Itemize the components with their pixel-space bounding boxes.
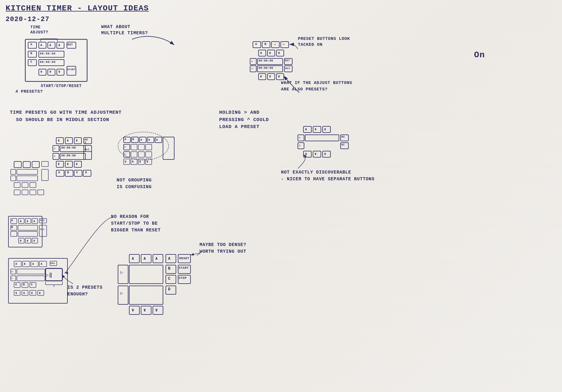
svg-rect-61	[14, 183, 20, 188]
lw-up1: ∧	[20, 219, 22, 223]
ml-rst: ROS	[85, 138, 88, 144]
lb-b2: B	[23, 283, 25, 286]
lb-dn1: ∨	[15, 291, 17, 295]
svg-rect-52	[14, 161, 21, 168]
what-if-adjust-label: WHAT IF THE ADJUST BUTTONSARE ALSO PRESE…	[281, 80, 352, 93]
bd-up3: ∧	[155, 256, 158, 261]
mc-dn2: ∨	[132, 159, 134, 164]
lb-play2: ▷	[11, 276, 13, 280]
svg-rect-64	[14, 190, 20, 195]
svg-rect-63	[30, 183, 36, 188]
svg-rect-91	[138, 152, 144, 157]
lb-dn4: ∨	[39, 291, 41, 295]
btn-up3-tl: ∧	[58, 43, 60, 47]
btn-dn3-tl: ∨	[58, 69, 60, 74]
time-disp2-tr: 00:00:00	[259, 67, 273, 70]
svg-rect-53	[23, 161, 30, 168]
ml-dn1: ∨	[58, 162, 60, 166]
svg-rect-140	[129, 265, 163, 284]
mr-play1: ▷	[299, 136, 301, 139]
page-title: KITCHEN TIMER - LAYOUT IDEAS	[6, 4, 149, 13]
svg-rect-67	[38, 190, 44, 195]
lb-up2: ∧	[24, 262, 26, 266]
svg-rect-107	[18, 231, 38, 236]
bd-reset: RESET	[179, 257, 189, 260]
ml-play2: ▷	[54, 154, 56, 158]
btn-up1-tl: ∧	[40, 43, 42, 47]
bd-up2: ∧	[143, 256, 146, 261]
mr-rst: RS	[341, 136, 345, 138]
bd-start: START	[179, 266, 189, 270]
bd-dn1: ∨	[132, 307, 134, 313]
time-display1-tl: 00:00:00	[40, 52, 56, 55]
svg-rect-142	[166, 275, 176, 284]
svg-rect-55	[42, 161, 48, 167]
page-date: 2020-12-27	[6, 15, 49, 23]
btn-rst-tr: RST	[285, 59, 290, 62]
ml-time2: 00:00:00	[61, 154, 76, 157]
holding-label: HOLDING > ANDPRESSING ^ COULDLOAD A PRES…	[219, 109, 269, 131]
lw-rst: RED	[40, 219, 45, 222]
mc-dn3: ∨	[139, 159, 141, 164]
bd-b: B	[168, 266, 171, 271]
btn-d-tr: ▷	[283, 42, 285, 46]
mc-play2: ▷	[124, 152, 126, 156]
lb-res: RES	[51, 262, 55, 265]
btn-dn2-tl: ∨	[49, 69, 51, 74]
on-label: On	[474, 50, 485, 60]
lb-up1: ∧	[15, 262, 17, 266]
svg-rect-56	[11, 169, 16, 174]
svg-rect-84	[163, 137, 174, 159]
svg-rect-98	[8, 216, 42, 247]
lw-dn3: ∨	[33, 239, 35, 243]
mr-dn1: ∨	[305, 152, 307, 156]
mc-ab: A	[124, 138, 126, 141]
svg-rect-66	[30, 190, 36, 195]
ml-up1: ∧	[58, 138, 60, 143]
btn-up2-tl: ∧	[49, 43, 51, 47]
preset-buttons-label: PRESET BUTTONS LOOKTACKED ON	[298, 36, 350, 48]
mr-up1: ∧	[305, 127, 307, 131]
svg-rect-60	[42, 169, 48, 181]
mr-up2: ∧	[314, 127, 317, 131]
ml-del: Del	[85, 148, 90, 151]
time-disp1-tr: 00:00:00	[259, 59, 273, 62]
lw-b: B	[11, 226, 13, 229]
svg-rect-137	[166, 254, 176, 263]
lb-play1: ▷	[11, 270, 13, 273]
btn-dn3-tr: ∨	[278, 74, 280, 79]
btn-c-tl: C	[30, 60, 32, 63]
lw-up3: ∧	[33, 219, 35, 223]
svg-rect-57	[17, 169, 38, 174]
bd-a: A	[168, 256, 171, 261]
btn-b-tr: B	[264, 42, 266, 46]
svg-rect-108	[39, 225, 47, 236]
svg-rect-92	[146, 152, 152, 157]
mr-play2: ▷	[299, 143, 301, 147]
bd-dn3: ∨	[155, 307, 158, 313]
multiple-timers-label: WHAT ABOUTMULTIPLE TIMERS?	[101, 24, 148, 37]
start-stop-reset-label: START/STOP/RESET	[41, 84, 82, 88]
svg-rect-62	[22, 183, 28, 188]
two-presets-label: IS 2 PRESETSENOUGH?	[67, 284, 103, 298]
btn-dn1-tr: ∨	[260, 74, 262, 79]
svg-rect-59	[17, 176, 38, 181]
ml-play1: ▷	[54, 146, 56, 150]
not-discoverable-label: NOT EXACTLY DISCOVERABLE- NICER TO HAVE …	[281, 169, 375, 183]
lb-playstop: ▷‖	[46, 272, 52, 278]
svg-rect-141	[166, 265, 176, 274]
lw-up2: ∧	[26, 219, 29, 223]
mc-up3: ∧	[156, 138, 158, 142]
btn-up3-tr: ∧	[278, 51, 280, 55]
ml-d: D	[85, 171, 87, 174]
lb-dn3: ∨	[31, 291, 33, 295]
bd-stop: STOP	[179, 276, 187, 280]
ml-a: A	[58, 171, 60, 174]
lb-c2: C	[31, 283, 33, 286]
svg-rect-65	[22, 190, 28, 195]
svg-rect-58	[11, 176, 16, 181]
bd-c: C	[168, 276, 171, 281]
mc-dn4: ∨	[146, 159, 149, 164]
svg-rect-54	[32, 161, 39, 168]
svg-rect-44	[84, 145, 92, 159]
